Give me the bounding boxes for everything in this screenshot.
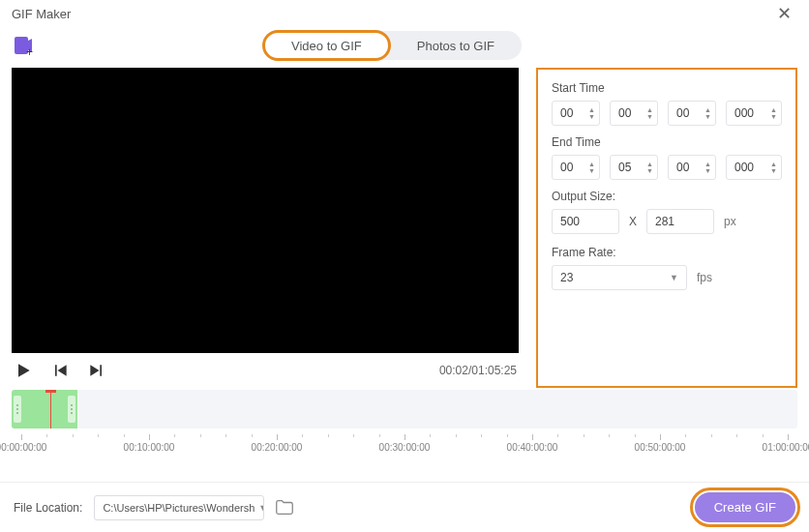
settings-panel: Start Time 00▲▼ 00▲▼ 00▲▼ 000▲▼ End Time… <box>536 68 797 388</box>
window-title: GIF Maker <box>12 7 71 21</box>
end-time-label: End Time <box>552 135 782 149</box>
playhead[interactable] <box>50 390 51 429</box>
output-width-input[interactable] <box>552 209 619 234</box>
play-button[interactable] <box>14 361 33 380</box>
frame-rate-label: Frame Rate: <box>552 246 782 259</box>
fps-label: fps <box>697 271 712 284</box>
start-time-label: Start Time <box>552 81 782 95</box>
start-ms-input[interactable]: 000▲▼ <box>726 101 782 126</box>
tick-label: 01:00:00:00 <box>763 442 809 453</box>
file-location-label: File Location: <box>14 501 82 515</box>
close-button[interactable]: ✕ <box>771 3 797 24</box>
app-logo: + <box>12 34 35 57</box>
selection-handle-start[interactable] <box>14 396 21 423</box>
start-hours-input[interactable]: 00▲▼ <box>552 101 600 126</box>
create-gif-button[interactable]: Create GIF <box>695 492 795 522</box>
output-size-label: Output Size: <box>552 190 782 203</box>
file-location-select[interactable]: C:\Users\HP\Pictures\Wondersh▼ <box>94 495 264 520</box>
timeline[interactable]: 00:00:00:0000:10:00:0000:20:00:0000:30:0… <box>12 390 797 456</box>
tick-label: 00:50:00:00 <box>635 442 686 453</box>
frame-rate-select[interactable]: 23▼ <box>552 265 687 290</box>
end-seconds-input[interactable]: 00▲▼ <box>668 155 716 180</box>
end-hours-input[interactable]: 00▲▼ <box>552 155 600 180</box>
tick-label: 00:20:00:00 <box>252 442 303 453</box>
mode-tabs: Video to GIF Photos to GIF <box>263 31 522 60</box>
output-height-input[interactable] <box>646 209 714 234</box>
start-minutes-input[interactable]: 00▲▼ <box>610 101 658 126</box>
tick-label: 00:40:00:00 <box>507 442 558 453</box>
tab-video-to-gif[interactable]: Video to GIF <box>263 31 390 60</box>
selection-handle-end[interactable] <box>68 396 75 423</box>
chevron-down-icon: ▼ <box>670 273 678 282</box>
start-seconds-input[interactable]: 00▲▼ <box>668 101 716 126</box>
px-label: px <box>724 215 736 228</box>
timeline-strip[interactable] <box>12 390 797 429</box>
folder-icon[interactable] <box>274 497 295 518</box>
svg-text:+: + <box>26 45 33 57</box>
timeline-ruler: 00:00:00:0000:10:00:0000:20:00:0000:30:0… <box>12 434 797 456</box>
video-preview[interactable] <box>12 68 519 353</box>
player-timecode: 00:02/01:05:25 <box>439 364 517 377</box>
x-separator: X <box>629 215 637 228</box>
end-minutes-input[interactable]: 05▲▼ <box>610 155 658 180</box>
tick-label: 00:30:00:00 <box>379 442 431 453</box>
chevron-down-icon: ▼ <box>258 503 264 513</box>
tab-photos-to-gif[interactable]: Photos to GIF <box>390 31 522 60</box>
prev-frame-button[interactable] <box>50 361 70 380</box>
next-frame-button[interactable] <box>87 361 106 380</box>
tick-label: 00:10:00:00 <box>124 442 175 453</box>
end-ms-input[interactable]: 000▲▼ <box>726 155 782 180</box>
tick-label: 00:00:00:00 <box>0 442 46 453</box>
selection-region[interactable] <box>12 390 77 429</box>
